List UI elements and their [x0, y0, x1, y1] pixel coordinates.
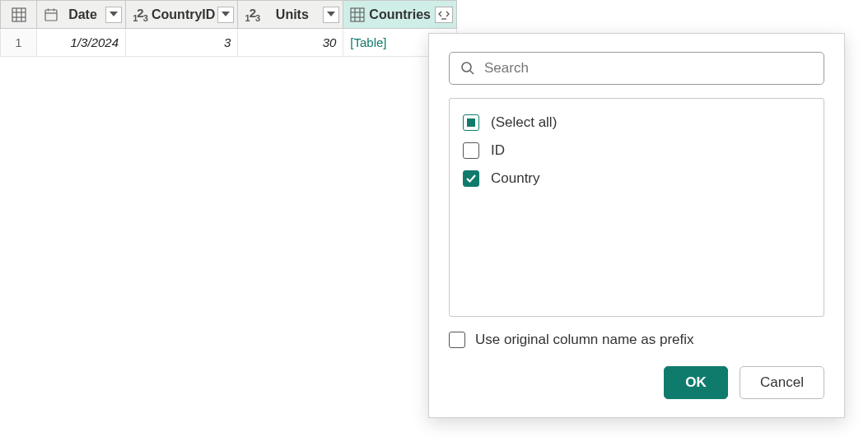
- option-label: ID: [491, 142, 505, 159]
- cell-units[interactable]: 30: [238, 29, 343, 57]
- chevron-down-icon: [110, 12, 118, 17]
- filter-button-date[interactable]: [105, 7, 122, 23]
- option-country[interactable]: Country: [461, 165, 812, 193]
- column-header-units[interactable]: 123 Units: [238, 1, 343, 29]
- cell-countryid[interactable]: 3: [126, 29, 238, 57]
- column-name: CountryID: [152, 7, 215, 22]
- date-type-icon: [42, 6, 60, 24]
- select-all-corner[interactable]: [1, 1, 37, 29]
- svg-rect-9: [351, 8, 364, 21]
- svg-rect-5: [45, 10, 57, 21]
- cell-date[interactable]: 1/3/2024: [37, 29, 126, 57]
- ok-button[interactable]: OK: [664, 366, 728, 399]
- column-name: Countries: [369, 7, 431, 22]
- column-name: Units: [264, 7, 320, 22]
- checkbox-prefix[interactable]: [449, 332, 465, 348]
- search-icon: [460, 61, 475, 76]
- expand-icon: [437, 9, 450, 21]
- chevron-down-icon: [327, 12, 335, 17]
- checkbox-id[interactable]: [463, 142, 479, 159]
- number-type-icon: 123: [131, 6, 149, 24]
- checkbox-country[interactable]: [463, 170, 479, 187]
- number-type-icon: 123: [243, 6, 261, 24]
- filter-button-units[interactable]: [323, 7, 339, 23]
- chevron-down-icon: [222, 12, 230, 17]
- svg-point-15: [462, 63, 471, 72]
- table-row[interactable]: 1 1/3/2024 3 30 [Table]: [1, 29, 457, 57]
- svg-line-16: [470, 71, 474, 74]
- svg-rect-0: [12, 8, 26, 21]
- option-id[interactable]: ID: [461, 137, 812, 165]
- search-input[interactable]: [449, 52, 824, 85]
- column-header-countryid[interactable]: 123 CountryID: [126, 1, 238, 29]
- header-row: Date 123 CountryID: [1, 1, 457, 29]
- option-label: Country: [491, 170, 540, 187]
- filter-button-countryid[interactable]: [217, 7, 234, 23]
- table-type-icon: [348, 6, 366, 24]
- expand-button-countries[interactable]: [435, 7, 453, 23]
- row-number: 1: [1, 29, 37, 57]
- checkbox-select-all[interactable]: [463, 114, 479, 131]
- button-row: OK Cancel: [449, 366, 824, 399]
- prefix-option-row[interactable]: Use original column name as prefix: [449, 332, 824, 348]
- data-table: Date 123 CountryID: [0, 0, 457, 57]
- search-box: [449, 52, 824, 85]
- expand-column-popup: (Select all) ID Country Use original col…: [428, 33, 845, 418]
- prefix-label: Use original column name as prefix: [475, 332, 694, 348]
- column-name: Date: [63, 7, 103, 22]
- option-select-all[interactable]: (Select all): [461, 109, 812, 137]
- cancel-button[interactable]: Cancel: [740, 366, 824, 399]
- column-header-countries[interactable]: Countries: [343, 1, 457, 29]
- column-header-date[interactable]: Date: [37, 1, 126, 29]
- table-icon: [12, 7, 26, 22]
- column-options-list: (Select all) ID Country: [449, 98, 824, 317]
- table-link[interactable]: [Table]: [350, 35, 386, 49]
- option-label: (Select all): [491, 114, 557, 131]
